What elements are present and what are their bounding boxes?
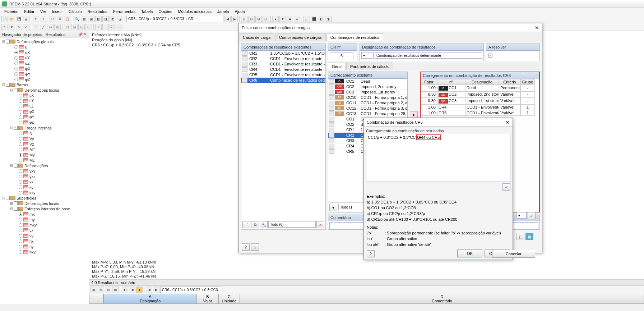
tree-uz[interactable]: uZ bbox=[0, 60, 89, 66]
move-icon[interactable]: ✥ bbox=[9, 24, 15, 30]
zoom-out-icon[interactable]: − bbox=[102, 24, 109, 30]
exist-list-row[interactable]: AECC10CCD1 - Forma própria 1, direção - bbox=[328, 95, 407, 100]
tree-vx2[interactable]: vx bbox=[0, 228, 89, 233]
tree-deformacoes[interactable]: ⊟Deformações bbox=[0, 163, 89, 168]
exist-list-row[interactable]: AECC11CCD1 - Forma própria 2, direção - bbox=[328, 100, 407, 106]
tool-a-icon[interactable]: ⊞ bbox=[241, 16, 247, 22]
render-icon[interactable]: ◨ bbox=[102, 16, 109, 22]
color-icon[interactable]: ◪ bbox=[117, 16, 123, 22]
tree-n[interactable]: N bbox=[0, 131, 89, 136]
outer-apply-icon[interactable]: ✔ bbox=[528, 212, 536, 219]
section-icon[interactable]: ◩ bbox=[110, 16, 116, 22]
tree-my2[interactable]: my bbox=[0, 217, 89, 222]
tree-ny[interactable]: ny bbox=[0, 244, 89, 249]
outer-cancel-button[interactable]: Cancelar bbox=[492, 250, 535, 258]
tree-ux2[interactable]: uX bbox=[0, 93, 89, 98]
tree-uy2[interactable]: uY bbox=[0, 98, 89, 104]
cut-icon[interactable]: ✂ bbox=[50, 16, 56, 22]
tree-uz2[interactable]: uZ bbox=[0, 104, 89, 109]
print-icon[interactable]: 🖨 bbox=[23, 16, 29, 22]
cr-delete-icon[interactable]: ✕ bbox=[316, 221, 324, 228]
exist-list-row[interactable]: QiBCC3Imposed, 1st storey bbox=[328, 90, 407, 95]
rt5-icon[interactable]: ◧ bbox=[122, 287, 128, 293]
grid-icon[interactable]: ▣ bbox=[88, 16, 94, 22]
rt-prev-icon[interactable]: ◀ bbox=[146, 287, 152, 293]
tree-gxy[interactable]: γxy bbox=[0, 168, 89, 174]
undo-icon[interactable]: ↶ bbox=[33, 16, 39, 22]
tab-combinacoes-resultados[interactable]: Combinações de resultados bbox=[326, 33, 383, 41]
rotate-icon[interactable]: ⟲ bbox=[16, 24, 22, 30]
add-to-cr-icon[interactable]: ➤ bbox=[410, 111, 418, 118]
tool-g-icon[interactable]: ◆ bbox=[287, 16, 293, 22]
tree-u[interactable]: u bbox=[0, 44, 89, 50]
info-icon[interactable]: ℹ bbox=[251, 243, 259, 251]
new-icon[interactable]: 📄 bbox=[1, 16, 8, 22]
loadcase-combo[interactable]: CR6 - CC1/p + 0.3*CC2 + 0.3*CC3 + CR bbox=[126, 16, 223, 22]
tree-kx[interactable]: κx bbox=[0, 179, 89, 184]
scale-icon[interactable]: ⤢ bbox=[23, 24, 29, 30]
tree-vy[interactable]: Vy bbox=[0, 136, 89, 141]
zoom-sel-icon[interactable]: ⬚ bbox=[117, 24, 123, 30]
menu-tabela[interactable]: Tabela bbox=[138, 9, 156, 14]
tree-my[interactable]: My bbox=[0, 152, 89, 157]
cr-list-row[interactable]: CR6Combinação de resultados determinant bbox=[241, 78, 325, 83]
tree-phix2[interactable]: φX bbox=[0, 109, 89, 114]
paste-icon[interactable]: 📋 bbox=[64, 16, 70, 22]
cr6-table-row[interactable]: 1.00GCC1DeadPermanente- bbox=[421, 85, 539, 91]
tree-gxz[interactable]: γxz bbox=[0, 174, 89, 179]
cr-list-row[interactable]: CR3CCD1 - Envolvente resultante - Y bbox=[241, 61, 325, 67]
cr6-textarea[interactable]: CC1/p + 0.3*CC2 + 0.3*CC3 + CR4 ou CR5 bbox=[366, 134, 510, 182]
exist-list-row[interactable]: AECC13CCD1 - Forma própria 28, direção - bbox=[328, 111, 407, 116]
tool-b-icon[interactable]: ⊟ bbox=[248, 16, 255, 22]
copy-icon[interactable]: ⧉ bbox=[57, 16, 63, 22]
solve-checkbox[interactable] bbox=[488, 54, 492, 58]
rt1-icon[interactable]: ▦ bbox=[91, 287, 97, 293]
exist-list-row[interactable]: AECC12CCD1 - Forma própria 3, direção - bbox=[328, 106, 407, 111]
tool-k-icon[interactable]: ◐ bbox=[318, 16, 324, 22]
layers-icon[interactable]: ▦ bbox=[81, 16, 87, 22]
tree-ux[interactable]: uX bbox=[0, 50, 89, 55]
open-icon[interactable]: 📂 bbox=[9, 16, 15, 22]
save-icon[interactable]: 💾 bbox=[16, 16, 22, 22]
menu-editar[interactable]: Editar bbox=[21, 9, 37, 14]
tree-def-locais[interactable]: ⊟Deformações locais bbox=[0, 87, 89, 93]
cr-add-icon[interactable]: 📄 bbox=[242, 221, 250, 228]
menubar[interactable]: Ficheiro Editar Ver Inserir Cálculo Resu… bbox=[0, 8, 644, 15]
close-icon[interactable]: ✕ bbox=[535, 25, 539, 31]
cr6-ok-button[interactable]: OK bbox=[457, 250, 482, 257]
pin-icon[interactable]: 📌 ✕ bbox=[78, 32, 87, 36]
tree-superficies[interactable]: ⊟Superfícies bbox=[0, 195, 89, 201]
menu-janela[interactable]: Janela bbox=[214, 9, 232, 14]
rt4-icon[interactable]: ▩ bbox=[112, 287, 119, 293]
cr-copy-icon[interactable]: ⧉ bbox=[251, 221, 259, 228]
outer-opt2-icon[interactable]: ▦ bbox=[525, 233, 533, 240]
design-color-combo[interactable]: ▾ bbox=[361, 52, 374, 59]
results-grid[interactable]: A Designação B Valor C Unidade D Comentá… bbox=[89, 294, 644, 304]
outer-opt1-icon[interactable]: ⬚ bbox=[516, 233, 524, 240]
tab-param[interactable]: Parâmetros de cálculo bbox=[346, 63, 393, 70]
results-combo[interactable]: CR6 - CC1/p + 0.3*CC2 + 0.3*CC3 bbox=[160, 287, 221, 293]
tree-kxy[interactable]: κxy bbox=[0, 190, 89, 195]
next-icon[interactable]: ▶ bbox=[231, 16, 238, 22]
view3-icon[interactable]: ◲ bbox=[78, 24, 85, 30]
rt3-icon[interactable]: ▨ bbox=[105, 287, 111, 293]
cr6-table-row[interactable]: 0.30QiBCC2Imposed, 2nd storeVariável- bbox=[421, 91, 539, 98]
menu-calculo[interactable]: Cálculo bbox=[66, 9, 85, 14]
design-name-combo[interactable]: Combinação de resultados determinante bbox=[375, 52, 482, 59]
menu-ferramentas[interactable]: Ferramentas bbox=[110, 9, 138, 14]
tool-l-icon[interactable]: ◑ bbox=[325, 16, 332, 22]
cr-filter-combo[interactable]: Tudo (6) bbox=[268, 221, 316, 228]
tree-phiy[interactable]: φY bbox=[0, 71, 89, 77]
tree-phiy2[interactable]: φY bbox=[0, 114, 89, 120]
tree-forcas-internas[interactable]: ⊟Forças internas bbox=[0, 125, 89, 131]
tree-ky[interactable]: κy bbox=[0, 184, 89, 190]
view4-icon[interactable]: ◳ bbox=[85, 24, 92, 30]
tree-phix[interactable]: φX bbox=[0, 66, 89, 71]
cr6-table-row[interactable]: 0.30QiBCC3Imposed, 1st storeyVariável- bbox=[421, 98, 539, 104]
help-icon[interactable]: ? bbox=[242, 243, 250, 251]
model-icon[interactable]: ◧ bbox=[95, 16, 102, 22]
cr6-table-row[interactable]: 1.00CR4CCD1 - EnvolventeVariável1 bbox=[421, 104, 539, 110]
tree-vy2[interactable]: vy bbox=[0, 233, 89, 238]
cursor-icon[interactable]: ↖ bbox=[1, 24, 8, 30]
exist-list-row[interactable]: QiBCC2Imposed, 2nd storey bbox=[328, 84, 407, 90]
